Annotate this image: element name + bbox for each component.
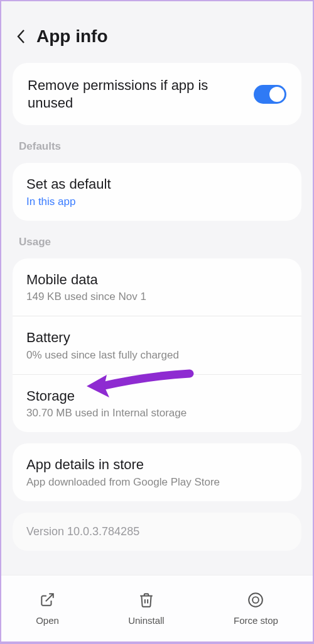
app-details-store-row[interactable]: App details in store App downloaded from… <box>13 443 301 501</box>
battery-title: Battery <box>26 329 288 347</box>
page-title: App info <box>36 26 108 47</box>
header: App info <box>13 13 301 63</box>
battery-sub: 0% used since last fully charged <box>26 349 288 362</box>
bottom-nav: Open Uninstall Force stop <box>1 575 313 643</box>
mobile-data-title: Mobile data <box>26 271 288 289</box>
set-as-default-sub: In this app <box>26 196 288 208</box>
toggle-knob <box>269 87 284 102</box>
battery-row[interactable]: Battery 0% used since last fully charged <box>13 316 301 374</box>
remove-permissions-row[interactable]: Remove permissions if app is unused <box>13 63 301 125</box>
usage-section-label: Usage <box>13 232 301 258</box>
force-stop-label: Force stop <box>234 615 278 626</box>
version-text: Version 10.0.3.784285 <box>26 525 288 538</box>
permissions-card: Remove permissions if app is unused <box>13 63 301 125</box>
defaults-section-label: Defaults <box>13 136 301 163</box>
back-icon[interactable] <box>16 28 28 45</box>
set-as-default-row[interactable]: Set as default In this app <box>13 163 301 221</box>
defaults-card: Set as default In this app <box>13 163 301 221</box>
force-stop-icon <box>247 591 264 609</box>
storage-title: Storage <box>26 387 288 405</box>
svg-point-2 <box>253 597 259 603</box>
force-stop-button[interactable]: Force stop <box>234 591 278 626</box>
mobile-data-row[interactable]: Mobile data 149 KB used since Nov 1 <box>13 258 301 316</box>
store-title: App details in store <box>26 456 288 474</box>
open-button[interactable]: Open <box>36 591 59 626</box>
storage-row[interactable]: Storage 30.70 MB used in Internal storag… <box>13 374 301 433</box>
trash-icon <box>138 591 155 609</box>
remove-permissions-label: Remove permissions if app is unused <box>28 77 235 111</box>
svg-line-0 <box>46 594 53 601</box>
storage-sub: 30.70 MB used in Internal storage <box>26 407 288 419</box>
uninstall-label: Uninstall <box>128 615 165 626</box>
svg-point-1 <box>249 593 263 607</box>
mobile-data-sub: 149 KB used since Nov 1 <box>26 291 288 303</box>
store-sub: App downloaded from Google Play Store <box>26 476 288 489</box>
store-card: App details in store App downloaded from… <box>13 443 301 501</box>
remove-permissions-toggle[interactable] <box>254 85 286 104</box>
version-card: Version 10.0.3.784285 <box>13 513 301 551</box>
open-label: Open <box>36 615 59 626</box>
usage-card: Mobile data 149 KB used since Nov 1 Batt… <box>13 258 301 433</box>
set-as-default-title: Set as default <box>26 175 288 193</box>
open-icon <box>38 591 56 609</box>
uninstall-button[interactable]: Uninstall <box>128 591 165 626</box>
